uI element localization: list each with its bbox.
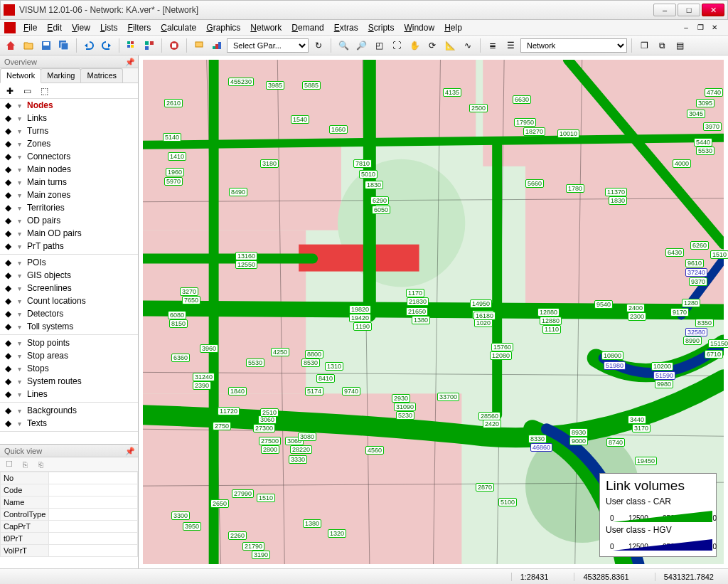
qv-row-value[interactable] [49, 497, 138, 509]
filter-icon[interactable]: ▾ [14, 241, 24, 251]
menu-graphics[interactable]: Graphics [201, 21, 245, 34]
filter-icon[interactable]: ▾ [14, 376, 24, 386]
tree-item-texts[interactable]: ◆▾Texts [0, 417, 138, 430]
paint-icon[interactable] [191, 38, 207, 53]
tree-item-lines[interactable]: ◆▾Lines [0, 388, 138, 400]
win3-icon[interactable]: ▤ [672, 38, 687, 53]
win2-icon[interactable]: ⧉ [654, 38, 670, 53]
tree-item-toll-systems[interactable]: ◆▾Toll systems [0, 320, 138, 333]
map-view[interactable]: 4552303985588541352500154026101410166051… [139, 55, 728, 568]
app-menu-icon[interactable] [4, 22, 16, 33]
filter-icon[interactable]: ▾ [14, 152, 24, 161]
refresh-icon[interactable]: ⟳ [424, 38, 440, 53]
tree-item-links[interactable]: ◆▾Links [0, 112, 138, 124]
stop-icon[interactable] [166, 38, 182, 53]
pin-icon[interactable]: 📌 [125, 447, 134, 455]
menu-calculate[interactable]: Calculate [156, 21, 201, 34]
menu-file[interactable]: File [18, 21, 42, 34]
filter-icon[interactable]: ▾ [14, 363, 24, 373]
filter-icon[interactable]: ▾ [14, 190, 24, 200]
tool1-icon[interactable]: ∿ [460, 38, 476, 53]
layers2-icon[interactable] [141, 38, 157, 53]
tree-item-stops[interactable]: ◆▾Stops [0, 362, 138, 375]
filter-icon[interactable]: ▾ [14, 405, 24, 415]
pin-icon[interactable]: 📌 [125, 58, 134, 66]
mdi-restore-button[interactable]: ❐ [694, 23, 707, 33]
filter-icon[interactable]: ▾ [14, 177, 24, 187]
tree-item-pois[interactable]: ◆▾POIs [0, 256, 138, 269]
menu-view[interactable]: View [67, 21, 95, 34]
menu-network[interactable]: Network [245, 21, 287, 34]
undo-icon[interactable] [81, 38, 97, 53]
gpar-select[interactable]: Select GPar... [227, 38, 309, 53]
qv-checkbox-icon[interactable]: ☐ [3, 459, 16, 470]
filter-icon[interactable]: ▾ [14, 270, 24, 280]
maximize-button[interactable]: □ [678, 4, 700, 16]
mdi-close-button[interactable]: ✕ [708, 23, 721, 33]
filter-icon[interactable]: ▾ [14, 389, 24, 399]
menu-scripts[interactable]: Scripts [363, 21, 400, 34]
network-select[interactable]: Network [520, 38, 627, 53]
home-icon[interactable] [3, 38, 18, 53]
filter-icon[interactable]: ▾ [14, 228, 24, 238]
filter-icon[interactable]: ▾ [14, 283, 24, 293]
format-icon[interactable] [209, 38, 225, 53]
qv-row-value[interactable] [49, 521, 138, 533]
tab-matrices[interactable]: Matrices [80, 68, 123, 83]
save-all-icon[interactable] [56, 38, 72, 53]
filter-icon[interactable]: ▾ [14, 296, 24, 306]
filter-icon[interactable]: ▾ [14, 113, 24, 123]
filter-icon[interactable]: ▾ [14, 309, 24, 319]
tree-item-nodes[interactable]: ◆▾Nodes [0, 99, 138, 112]
close-button[interactable]: ✕ [702, 4, 724, 16]
tree-item-system-routes[interactable]: ◆▾System routes [0, 375, 138, 388]
tree-item-od-pairs[interactable]: ◆▾OD pairs [0, 214, 138, 227]
qv-row-value[interactable] [49, 533, 138, 545]
pan-icon[interactable]: ✋ [407, 38, 422, 53]
region-tool-icon[interactable]: ⬚ [37, 85, 51, 97]
tree-item-main-od-pairs[interactable]: ◆▾Main OD pairs [0, 227, 138, 240]
menu-filters[interactable]: Filters [123, 21, 156, 34]
tree-item-screenlines[interactable]: ◆▾Screenlines [0, 282, 138, 294]
region-icon[interactable]: ◰ [371, 38, 387, 53]
gpar-reload-icon[interactable]: ↻ [311, 38, 326, 53]
add-tool-icon[interactable]: ✚ [3, 85, 17, 97]
menu-extras[interactable]: Extras [329, 21, 363, 34]
redo-icon[interactable] [99, 38, 114, 53]
filter-icon[interactable]: ▾ [14, 139, 24, 149]
tree-item-gis-objects[interactable]: ◆▾GIS objects [0, 269, 138, 282]
minimize-button[interactable]: – [653, 4, 676, 16]
tab-network[interactable]: Network [0, 68, 41, 83]
tree-item-zones[interactable]: ◆▾Zones [0, 137, 138, 150]
win1-icon[interactable]: ❐ [636, 38, 652, 53]
filter1-icon[interactable]: ≣ [485, 38, 500, 53]
tree-item-prt-paths[interactable]: ◆▾PrT paths [0, 240, 138, 253]
qv-row-value[interactable] [49, 509, 138, 521]
tree-item-main-turns[interactable]: ◆▾Main turns [0, 176, 138, 189]
tree-item-turns[interactable]: ◆▾Turns [0, 124, 138, 137]
menu-window[interactable]: Window [399, 21, 439, 34]
tree-item-stop-points[interactable]: ◆▾Stop points [0, 336, 138, 349]
zoomout-icon[interactable]: 🔎 [353, 38, 369, 53]
tree-item-backgrounds[interactable]: ◆▾Backgrounds [0, 404, 138, 417]
network-tree[interactable]: ◆▾Nodes◆▾Links◆▾Turns◆▾Zones◆▾Connectors… [0, 99, 138, 444]
filter-icon[interactable]: ▾ [14, 126, 24, 136]
layers1-icon[interactable] [124, 38, 139, 53]
filter-icon[interactable]: ▾ [14, 338, 24, 348]
tree-item-detectors[interactable]: ◆▾Detectors [0, 307, 138, 320]
filter-icon[interactable]: ▾ [14, 418, 24, 428]
open-icon[interactable] [21, 38, 36, 53]
qv-paste-icon[interactable]: ⎗ [34, 459, 47, 470]
menu-edit[interactable]: Edit [42, 21, 67, 34]
mdi-minimize-button[interactable]: – [680, 23, 692, 33]
qv-row-value[interactable] [49, 545, 138, 557]
qv-row-value[interactable] [49, 484, 138, 497]
tree-item-main-zones[interactable]: ◆▾Main zones [0, 189, 138, 201]
menu-demand[interactable]: Demand [287, 21, 328, 34]
quick-view-grid[interactable]: NoCodeNameControlTypeCapPrTt0PrTVolPrT [0, 472, 138, 568]
tree-item-count-locations[interactable]: ◆▾Count locations [0, 294, 138, 307]
filter-icon[interactable]: ▾ [14, 100, 24, 110]
tree-item-main-nodes[interactable]: ◆▾Main nodes [0, 163, 138, 176]
filter-icon[interactable]: ▾ [14, 258, 24, 267]
menu-lists[interactable]: Lists [95, 21, 123, 34]
